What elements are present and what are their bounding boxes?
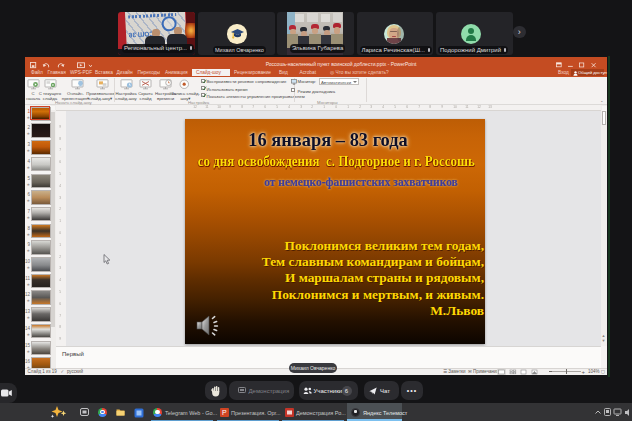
svg-text:P: P xyxy=(222,409,227,416)
